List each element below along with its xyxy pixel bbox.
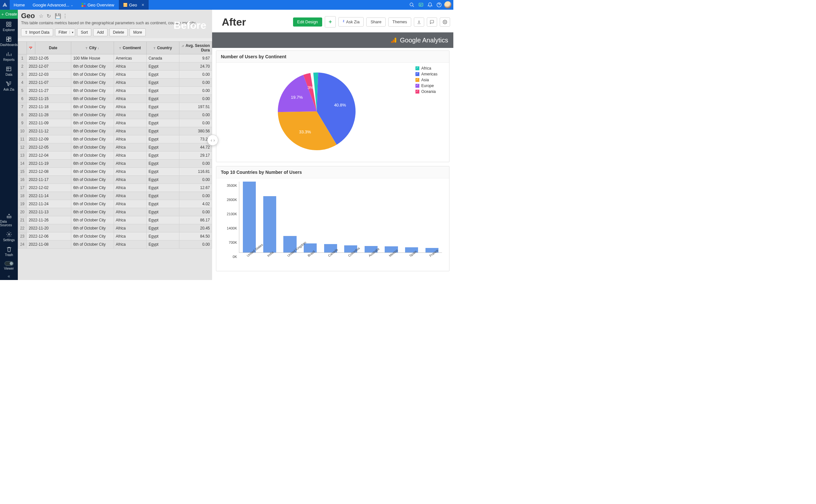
legend-label: Europe — [421, 84, 434, 88]
settings-icon[interactable] — [440, 17, 450, 27]
legend-swatch — [416, 90, 419, 94]
toggle-icon — [5, 261, 14, 266]
column-header[interactable]: Date — [35, 42, 71, 54]
geo-table[interactable]: 📅 DateT City ↓T ContinentT Country.# Avg… — [18, 41, 212, 249]
table-row[interactable]: 182022-11-146th of October CityAfricaEgy… — [18, 192, 212, 200]
app-logo[interactable] — [0, 0, 10, 10]
table-row[interactable]: 52022-11-276th of October CityAfricaEgyp… — [18, 87, 212, 95]
tab-geo[interactable]: Geo × — [119, 0, 149, 10]
column-header[interactable] — [18, 42, 27, 54]
bar[interactable] — [243, 182, 256, 252]
y-tick-label: 2800K — [227, 198, 237, 202]
table-row[interactable]: 102022-11-126th of October CityAfricaEgy… — [18, 127, 212, 135]
table-row[interactable]: 142022-11-196th of October CityAfricaEgy… — [18, 160, 212, 168]
table-row[interactable]: 112022-12-096th of October CityAfricaEgy… — [18, 135, 212, 143]
svg-rect-19 — [7, 67, 11, 71]
after-label: After — [222, 16, 246, 28]
help-icon[interactable] — [435, 0, 444, 9]
share-button[interactable]: Share — [366, 17, 385, 27]
sidebar-item-settings[interactable]: Settings — [0, 229, 18, 244]
column-header[interactable]: T Continent — [114, 42, 146, 54]
chat-icon[interactable] — [417, 0, 426, 9]
table-row[interactable]: 62022-11-156th of October CityAfricaEgyp… — [18, 95, 212, 103]
table-row[interactable]: 202022-11-136th of October CityAfricaEgy… — [18, 208, 212, 216]
nav-icon — [6, 231, 12, 237]
table-row[interactable]: 172022-12-026th of October CityAfricaEgy… — [18, 184, 212, 192]
column-header[interactable]: T Country — [146, 42, 179, 54]
table-row[interactable]: 32022-12-036th of October CityAfricaEgyp… — [18, 71, 212, 79]
legend-item[interactable]: Americas — [416, 72, 445, 76]
sidebar-item-reports[interactable]: Reports — [0, 49, 18, 63]
import-data-button[interactable]: ⇪Import Data — [21, 28, 53, 36]
sidebar-viewer-toggle[interactable]: Viewer — [0, 259, 18, 272]
table-row[interactable]: 12022-12-05100 Mile HouseAmericasCanada9… — [18, 54, 212, 62]
table-row[interactable]: 22022-12-076th of October CityAfricaEgyp… — [18, 62, 212, 71]
themes-button[interactable]: Themes — [388, 17, 411, 27]
column-header[interactable]: T City ↓ — [71, 42, 114, 54]
table-row[interactable]: 42022-11-076th of October CityAfricaEgyp… — [18, 79, 212, 87]
tab-geo-overview[interactable]: Geo Overview — [77, 0, 118, 10]
filter-button[interactable]: Filter▾ — [55, 28, 75, 36]
create-label: Create — [5, 12, 17, 17]
nav-icon — [6, 36, 12, 42]
comment-icon[interactable] — [427, 17, 437, 27]
edit-design-button[interactable]: Edit Design — [293, 17, 322, 27]
sort-desc-icon: ↓ — [97, 46, 99, 50]
delete-button[interactable]: Delete — [109, 28, 128, 36]
legend-item[interactable]: Oceania — [416, 89, 445, 94]
refresh-icon[interactable]: ↻ — [47, 13, 52, 18]
table-row[interactable]: 192022-11-246th of October CityAfricaEgy… — [18, 200, 212, 208]
add-button[interactable]: Add — [93, 28, 107, 36]
bar[interactable] — [304, 243, 317, 252]
more-button[interactable]: More — [129, 28, 145, 36]
pie-slice-label: 3% — [307, 85, 313, 90]
sidebar-item-label: Data Sources — [0, 220, 18, 227]
ask-zia-button[interactable]: ᙇAsk Zia — [338, 17, 364, 27]
table-row[interactable]: 212022-11-266th of October CityAfricaEgy… — [18, 216, 212, 224]
bar[interactable] — [263, 196, 276, 252]
table-row[interactable]: 132022-12-046th of October CityAfricaEgy… — [18, 151, 212, 160]
breadcrumb-workspace[interactable]: Google Advanced... ⌄ — [29, 0, 77, 10]
breadcrumb-home[interactable]: Home — [10, 0, 29, 10]
table-row[interactable]: 222022-11-206th of October CityAfricaEgy… — [18, 224, 212, 232]
table-row[interactable]: 152022-12-086th of October CityAfricaEgy… — [18, 168, 212, 176]
table-row[interactable]: 72022-11-186th of October CityAfricaEgyp… — [18, 103, 212, 111]
table-row[interactable]: 122022-12-056th of October CityAfricaEgy… — [18, 143, 212, 151]
export-icon[interactable] — [414, 17, 424, 27]
ga-brand-label: Google Analytics — [400, 37, 448, 44]
split-handle[interactable]: ‹ › — [207, 135, 218, 146]
collapse-sidebar-icon[interactable]: « — [0, 272, 18, 280]
close-icon[interactable]: × — [141, 2, 144, 7]
save-icon[interactable]: 💾 — [55, 13, 60, 18]
legend-item[interactable]: Europe — [416, 84, 445, 88]
table-row[interactable]: 232022-12-066th of October CityAfricaEgy… — [18, 232, 212, 241]
column-header[interactable]: 📅 — [27, 42, 35, 54]
table-row[interactable]: 82022-11-286th of October CityAfricaEgyp… — [18, 111, 212, 119]
svg-point-21 — [444, 21, 446, 23]
sidebar-item-ask-zia[interactable]: Ask Zia — [0, 78, 18, 93]
table-row[interactable]: 92022-11-096th of October CityAfricaEgyp… — [18, 119, 212, 127]
bell-icon[interactable] — [426, 0, 435, 9]
table-row[interactable]: 242022-11-086th of October CityAfricaEgy… — [18, 241, 212, 249]
sidebar-item-data-sources[interactable]: Data Sources — [0, 210, 18, 229]
add-button[interactable]: ＋ — [325, 16, 336, 28]
legend-item[interactable]: Africa — [416, 66, 445, 71]
more-menu-icon[interactable]: ⋮ — [62, 13, 68, 18]
legend-label: Asia — [421, 78, 429, 82]
legend-label: Americas — [421, 72, 438, 76]
legend-item[interactable]: Asia — [416, 78, 445, 82]
column-header[interactable]: .# Avg. Session Dura — [179, 42, 212, 54]
svg-rect-5 — [124, 3, 127, 4]
sort-button[interactable]: Sort — [77, 28, 91, 36]
search-icon[interactable] — [407, 0, 417, 9]
create-button[interactable]: ＋Create — [0, 10, 18, 19]
star-icon[interactable]: ☆ — [39, 13, 44, 18]
chevron-down-icon[interactable]: ▾ — [70, 31, 73, 34]
nav-icon — [6, 213, 12, 219]
sidebar-item-explorer[interactable]: Explorer — [0, 19, 18, 34]
table-row[interactable]: 162022-11-176th of October CityAfricaEgy… — [18, 176, 212, 184]
sidebar-item-trash[interactable]: Trash — [0, 244, 18, 259]
avatar[interactable] — [444, 1, 452, 8]
sidebar-item-data[interactable]: Data — [0, 63, 18, 78]
sidebar-item-dashboards[interactable]: Dashboards — [0, 34, 18, 49]
